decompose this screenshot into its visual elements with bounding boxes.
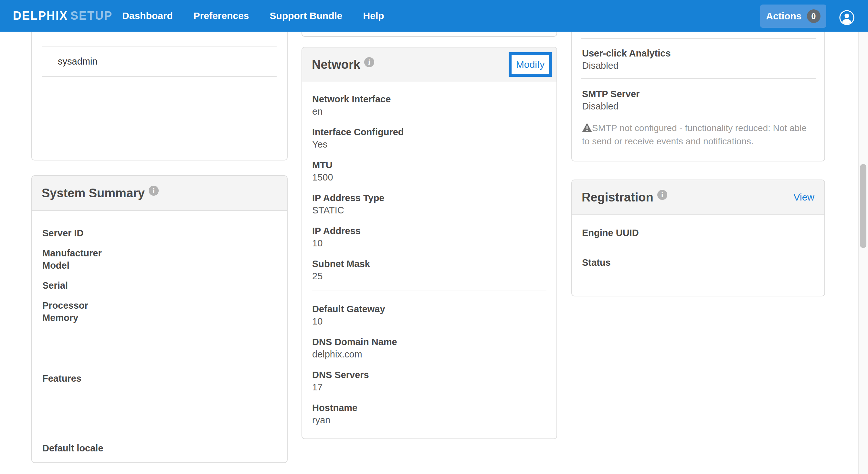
field-ip-address-type: IP Address Type STATIC xyxy=(312,192,547,216)
field-engine-uuid: Engine UUID xyxy=(582,227,814,251)
modify-button[interactable]: Modify xyxy=(516,59,545,70)
field-dns-servers: DNS Servers 17 xyxy=(312,369,547,393)
field-label: IP Address Type xyxy=(312,192,547,204)
field-value: 25 xyxy=(312,270,547,282)
field-interface-configured: Interface Configured Yes xyxy=(312,126,547,150)
nav-item-preferences[interactable]: Preferences xyxy=(193,10,249,21)
field-default-gateway: Default Gateway 10 xyxy=(312,303,547,328)
field-label: Subnet Mask xyxy=(312,258,547,270)
scrollbar-track[interactable] xyxy=(858,32,868,474)
field-status: Status xyxy=(582,257,814,281)
system-summary-card: System Summary i Server ID Manufacturer … xyxy=(31,175,288,463)
field-hostname: Hostname ryan xyxy=(312,402,547,426)
info-icon[interactable]: i xyxy=(364,57,374,67)
info-icon[interactable]: i xyxy=(149,185,159,196)
brand-primary: DELPHIX xyxy=(13,9,68,22)
info-icon[interactable]: i xyxy=(657,190,667,200)
actions-button[interactable]: Actions 0 xyxy=(760,4,826,28)
system-summary-header: System Summary i xyxy=(32,176,287,211)
field-label: Interface Configured xyxy=(312,126,547,138)
field-value: delphix.com xyxy=(312,348,547,360)
registration-title: Registration xyxy=(582,191,653,204)
sysadmin-label: sysadmin xyxy=(58,56,98,67)
view-link[interactable]: View xyxy=(794,192,814,203)
registration-header: Registration i View xyxy=(572,180,825,215)
field-label-serial: Serial xyxy=(42,279,277,292)
field-label: Default Gateway xyxy=(312,303,547,315)
field-label: MTU xyxy=(312,159,547,171)
field-label: Hostname xyxy=(312,402,547,414)
user-list-card: sysadmin xyxy=(31,32,288,161)
field-label-default-locale: Default locale xyxy=(42,442,277,454)
field-value xyxy=(582,269,814,281)
actions-button-label: Actions xyxy=(766,11,801,22)
nav-item-dashboard[interactable]: Dashboard xyxy=(122,10,173,21)
field-value: Yes xyxy=(312,138,547,150)
field-network-interface: Network Interface en xyxy=(312,93,547,117)
field-label: DNS Servers xyxy=(312,369,547,381)
divider xyxy=(312,291,547,291)
field-label: Network Interface xyxy=(312,93,547,105)
field-ip-address: IP Address 10 xyxy=(312,225,547,249)
warning-text: SMTP not configured - functionality redu… xyxy=(582,123,807,146)
field-label-features: Features xyxy=(42,372,277,384)
field-label: IP Address xyxy=(312,225,547,237)
delphix-setup-logo[interactable]: DELPHIXSETUP xyxy=(13,9,113,23)
field-smtp-server: SMTP Server Disabled xyxy=(582,88,814,112)
field-dns-domain-name: DNS Domain Name delphix.com xyxy=(312,336,547,360)
field-value: 10 xyxy=(312,315,547,328)
modify-button-highlight-ring[interactable]: Modify xyxy=(509,52,552,77)
top-navbar: DELPHIXSETUP Dashboard Preferences Suppo… xyxy=(0,0,868,32)
field-value: 10 xyxy=(312,237,547,249)
registration-card: Registration i View Engine UUID Status xyxy=(571,179,825,296)
smtp-warning-message: SMTP not configured - functionality redu… xyxy=(582,122,814,148)
nav-item-help[interactable]: Help xyxy=(363,10,384,21)
list-item-sysadmin[interactable]: sysadmin xyxy=(42,46,277,77)
field-label: Engine UUID xyxy=(582,227,814,239)
field-value xyxy=(582,239,814,251)
network-card: Network i Modify Network Interface en In… xyxy=(302,47,557,439)
field-label-server-id: Server ID xyxy=(42,227,277,239)
field-user-click-analytics: User-click Analytics Disabled xyxy=(582,47,814,72)
system-summary-body: Server ID Manufacturer Model Serial Proc… xyxy=(32,211,287,454)
field-mtu: MTU 1500 xyxy=(312,159,547,183)
field-label: Status xyxy=(582,257,814,269)
field-value: Disabled xyxy=(582,100,814,112)
user-avatar-icon[interactable] xyxy=(839,10,855,25)
system-summary-title: System Summary xyxy=(42,186,145,200)
network-title: Network xyxy=(312,58,360,72)
field-label: DNS Domain Name xyxy=(312,336,547,348)
field-subnet-mask: Subnet Mask 25 xyxy=(312,258,547,282)
warning-triangle-icon xyxy=(582,123,592,131)
nav-links: Dashboard Preferences Support Bundle Hel… xyxy=(122,10,384,21)
field-label: User-click Analytics xyxy=(582,47,814,59)
field-value: STATIC xyxy=(312,204,547,216)
actions-count-badge: 0 xyxy=(807,9,820,23)
field-value: Disabled xyxy=(582,59,814,72)
field-value: 1500 xyxy=(312,171,547,183)
divider xyxy=(581,78,816,79)
divider xyxy=(581,38,816,39)
brand-secondary: SETUP xyxy=(70,9,113,22)
field-label-manufacturer: Manufacturer xyxy=(42,247,277,259)
field-label-memory: Memory xyxy=(42,312,277,324)
field-label: SMTP Server xyxy=(582,88,814,100)
field-value: en xyxy=(312,105,547,117)
network-card-header: Network i Modify xyxy=(302,47,556,82)
network-card-body: Network Interface en Interface Configure… xyxy=(302,82,556,426)
scrollbar-thumb[interactable] xyxy=(860,164,866,248)
field-label-model: Model xyxy=(42,259,277,272)
registration-body: Engine UUID Status xyxy=(572,215,825,281)
status-card: User-click Analytics Disabled SMTP Serve… xyxy=(571,32,825,162)
field-label-processor: Processor xyxy=(42,299,277,312)
field-value: ryan xyxy=(312,414,547,426)
field-value: 17 xyxy=(312,381,547,393)
nav-item-support-bundle[interactable]: Support Bundle xyxy=(270,10,343,21)
